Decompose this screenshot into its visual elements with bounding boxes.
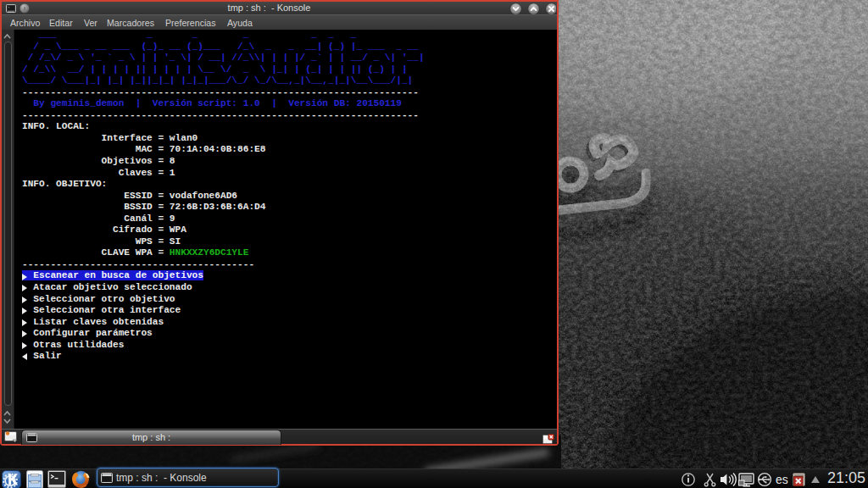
svg-text:es: es: [776, 473, 788, 486]
